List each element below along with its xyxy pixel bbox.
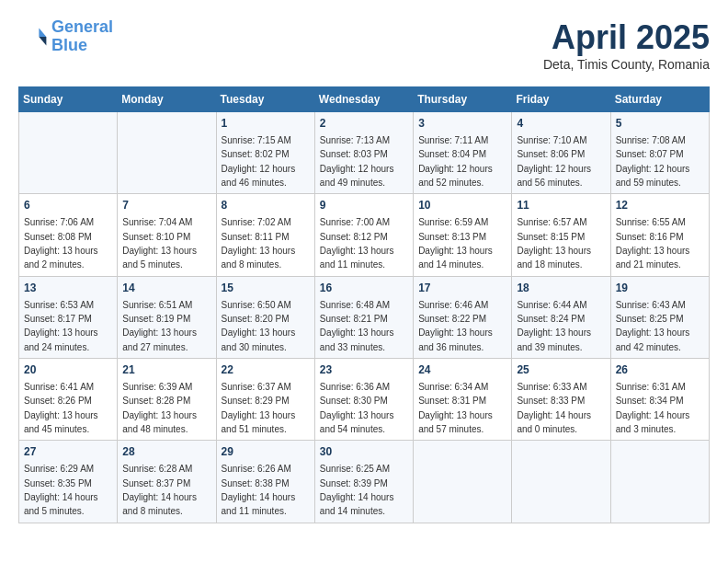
calendar-cell: 23 Sunrise: 6:36 AMSunset: 8:30 PMDaylig… bbox=[314, 359, 413, 441]
day-number: 14 bbox=[122, 281, 210, 296]
logo-icon bbox=[18, 22, 48, 52]
day-info: Sunrise: 6:44 AMSunset: 8:24 PMDaylight:… bbox=[517, 300, 591, 352]
day-info: Sunrise: 6:51 AMSunset: 8:19 PMDaylight:… bbox=[122, 300, 197, 352]
day-info: Sunrise: 6:28 AMSunset: 8:37 PMDaylight:… bbox=[122, 464, 197, 516]
day-number: 1 bbox=[222, 116, 310, 132]
month-title: April 2025 bbox=[543, 18, 710, 57]
weekday-header-saturday: Saturday bbox=[610, 87, 709, 112]
day-number: 6 bbox=[24, 198, 112, 213]
calendar-cell bbox=[19, 112, 118, 194]
calendar-cell: 1 Sunrise: 7:15 AMSunset: 8:02 PMDayligh… bbox=[216, 112, 314, 194]
svg-marker-0 bbox=[39, 28, 46, 37]
calendar-cell: 26 Sunrise: 6:31 AMSunset: 8:34 PMDaylig… bbox=[610, 359, 709, 441]
day-number: 12 bbox=[616, 198, 704, 213]
day-info: Sunrise: 6:39 AMSunset: 8:28 PMDaylight:… bbox=[122, 382, 197, 434]
calendar-cell: 15 Sunrise: 6:50 AMSunset: 8:20 PMDaylig… bbox=[216, 276, 314, 358]
calendar-cell bbox=[118, 112, 216, 194]
calendar-cell: 14 Sunrise: 6:51 AMSunset: 8:19 PMDaylig… bbox=[118, 276, 216, 358]
day-number: 3 bbox=[418, 116, 506, 132]
day-number: 13 bbox=[24, 281, 112, 296]
day-info: Sunrise: 6:26 AMSunset: 8:38 PMDaylight:… bbox=[222, 464, 296, 516]
day-info: Sunrise: 6:34 AMSunset: 8:31 PMDaylight:… bbox=[418, 382, 493, 434]
calendar-week-4: 20 Sunrise: 6:41 AMSunset: 8:26 PMDaylig… bbox=[19, 359, 710, 441]
calendar-cell: 20 Sunrise: 6:41 AMSunset: 8:26 PMDaylig… bbox=[19, 359, 118, 441]
calendar-cell: 18 Sunrise: 6:44 AMSunset: 8:24 PMDaylig… bbox=[512, 276, 610, 358]
calendar-cell: 2 Sunrise: 7:13 AMSunset: 8:03 PMDayligh… bbox=[314, 112, 413, 194]
day-info: Sunrise: 6:37 AMSunset: 8:29 PMDaylight:… bbox=[222, 382, 296, 434]
day-info: Sunrise: 7:13 AMSunset: 8:03 PMDaylight:… bbox=[320, 135, 394, 188]
weekday-header-wednesday: Wednesday bbox=[314, 87, 413, 112]
calendar-cell bbox=[512, 441, 610, 523]
calendar-week-3: 13 Sunrise: 6:53 AMSunset: 8:17 PMDaylig… bbox=[19, 276, 710, 358]
logo: General Blue bbox=[18, 18, 113, 55]
page-header: General Blue April 2025 Deta, Timis Coun… bbox=[18, 18, 710, 72]
day-number: 22 bbox=[222, 362, 310, 378]
day-info: Sunrise: 6:48 AMSunset: 8:21 PMDaylight:… bbox=[320, 300, 394, 352]
calendar-cell: 30 Sunrise: 6:25 AMSunset: 8:39 PMDaylig… bbox=[314, 441, 413, 523]
location-subtitle: Deta, Timis County, Romania bbox=[543, 57, 710, 72]
calendar-cell: 7 Sunrise: 7:04 AMSunset: 8:10 PMDayligh… bbox=[118, 194, 216, 276]
day-info: Sunrise: 6:50 AMSunset: 8:20 PMDaylight:… bbox=[222, 300, 296, 352]
calendar-cell: 12 Sunrise: 6:55 AMSunset: 8:16 PMDaylig… bbox=[610, 194, 709, 276]
day-number: 2 bbox=[320, 116, 408, 132]
calendar-cell: 24 Sunrise: 6:34 AMSunset: 8:31 PMDaylig… bbox=[414, 359, 512, 441]
day-info: Sunrise: 6:33 AMSunset: 8:33 PMDaylight:… bbox=[517, 382, 591, 434]
calendar-cell: 17 Sunrise: 6:46 AMSunset: 8:22 PMDaylig… bbox=[414, 276, 512, 358]
calendar-week-5: 27 Sunrise: 6:29 AMSunset: 8:35 PMDaylig… bbox=[19, 441, 710, 523]
day-number: 11 bbox=[517, 198, 605, 213]
day-info: Sunrise: 7:15 AMSunset: 8:02 PMDaylight:… bbox=[222, 135, 296, 188]
day-number: 5 bbox=[616, 116, 704, 132]
day-info: Sunrise: 7:10 AMSunset: 8:06 PMDaylight:… bbox=[517, 135, 591, 188]
day-info: Sunrise: 7:06 AMSunset: 8:08 PMDaylight:… bbox=[24, 217, 98, 270]
weekday-header-friday: Friday bbox=[512, 87, 610, 112]
calendar-cell: 6 Sunrise: 7:06 AMSunset: 8:08 PMDayligh… bbox=[19, 194, 118, 276]
day-number: 21 bbox=[122, 362, 210, 378]
weekday-header-thursday: Thursday bbox=[414, 87, 512, 112]
day-info: Sunrise: 7:08 AMSunset: 8:07 PMDaylight:… bbox=[616, 135, 690, 188]
day-number: 8 bbox=[222, 198, 310, 213]
day-info: Sunrise: 6:57 AMSunset: 8:15 PMDaylight:… bbox=[517, 217, 591, 270]
calendar-table: SundayMondayTuesdayWednesdayThursdayFrid… bbox=[18, 86, 710, 523]
calendar-cell: 28 Sunrise: 6:28 AMSunset: 8:37 PMDaylig… bbox=[118, 441, 216, 523]
day-info: Sunrise: 6:29 AMSunset: 8:35 PMDaylight:… bbox=[24, 464, 98, 516]
day-number: 27 bbox=[24, 444, 112, 460]
svg-marker-1 bbox=[39, 37, 46, 46]
day-number: 25 bbox=[517, 362, 605, 378]
calendar-cell: 19 Sunrise: 6:43 AMSunset: 8:25 PMDaylig… bbox=[610, 276, 709, 358]
day-number: 18 bbox=[517, 281, 605, 296]
calendar-cell: 25 Sunrise: 6:33 AMSunset: 8:33 PMDaylig… bbox=[512, 359, 610, 441]
day-number: 28 bbox=[122, 444, 210, 460]
day-number: 30 bbox=[320, 444, 408, 460]
calendar-cell: 3 Sunrise: 7:11 AMSunset: 8:04 PMDayligh… bbox=[414, 112, 512, 194]
weekday-header-sunday: Sunday bbox=[19, 87, 118, 112]
day-number: 17 bbox=[418, 281, 506, 296]
day-info: Sunrise: 7:02 AMSunset: 8:11 PMDaylight:… bbox=[222, 217, 296, 270]
day-info: Sunrise: 6:25 AMSunset: 8:39 PMDaylight:… bbox=[320, 464, 394, 516]
day-info: Sunrise: 7:11 AMSunset: 8:04 PMDaylight:… bbox=[418, 135, 493, 188]
logo-blue: Blue bbox=[51, 36, 87, 54]
weekday-header-monday: Monday bbox=[118, 87, 216, 112]
logo-general: General bbox=[51, 17, 113, 36]
day-number: 16 bbox=[320, 281, 408, 296]
day-info: Sunrise: 6:46 AMSunset: 8:22 PMDaylight:… bbox=[418, 300, 493, 352]
calendar-cell: 29 Sunrise: 6:26 AMSunset: 8:38 PMDaylig… bbox=[216, 441, 314, 523]
day-info: Sunrise: 6:36 AMSunset: 8:30 PMDaylight:… bbox=[320, 382, 394, 434]
day-number: 29 bbox=[222, 444, 310, 460]
day-number: 4 bbox=[517, 116, 605, 132]
day-number: 9 bbox=[320, 198, 408, 213]
calendar-cell: 8 Sunrise: 7:02 AMSunset: 8:11 PMDayligh… bbox=[216, 194, 314, 276]
day-info: Sunrise: 6:43 AMSunset: 8:25 PMDaylight:… bbox=[616, 300, 690, 352]
day-number: 23 bbox=[320, 362, 408, 378]
calendar-week-1: 1 Sunrise: 7:15 AMSunset: 8:02 PMDayligh… bbox=[19, 112, 710, 194]
day-info: Sunrise: 6:55 AMSunset: 8:16 PMDaylight:… bbox=[616, 217, 690, 270]
calendar-cell: 22 Sunrise: 6:37 AMSunset: 8:29 PMDaylig… bbox=[216, 359, 314, 441]
day-info: Sunrise: 7:04 AMSunset: 8:10 PMDaylight:… bbox=[122, 217, 197, 270]
calendar-cell bbox=[610, 441, 709, 523]
day-number: 20 bbox=[24, 362, 112, 378]
day-number: 15 bbox=[222, 281, 310, 296]
weekday-header-tuesday: Tuesday bbox=[216, 87, 314, 112]
calendar-cell: 21 Sunrise: 6:39 AMSunset: 8:28 PMDaylig… bbox=[118, 359, 216, 441]
calendar-cell: 5 Sunrise: 7:08 AMSunset: 8:07 PMDayligh… bbox=[610, 112, 709, 194]
calendar-cell: 27 Sunrise: 6:29 AMSunset: 8:35 PMDaylig… bbox=[19, 441, 118, 523]
title-block: April 2025 Deta, Timis County, Romania bbox=[543, 18, 710, 72]
